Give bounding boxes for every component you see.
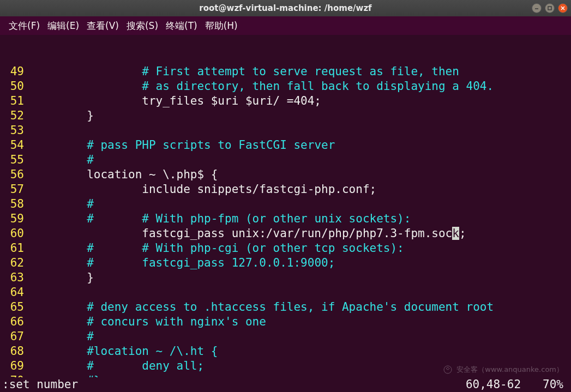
maximize-button[interactable] [545,3,555,13]
line-number: 62 [0,256,32,270]
watermark: 安全客（www.anquanke.com） [443,362,563,377]
menu-terminal[interactable]: 终端(T) [163,17,201,34]
watermark-text: 安全客（www.anquanke.com） [456,362,563,377]
code-line: 61 # # With php-cgi (or other tcp socket… [0,241,571,256]
line-content: # deny all; [32,359,204,373]
line-content: #location ~ /\.ht { [32,344,218,359]
code-line: 50 # as directory, then fall back to dis… [0,79,571,94]
code-text: } [87,271,94,284]
vim-statusbar: :set number 60,48-62 70% [0,377,571,392]
svg-rect-1 [548,7,551,10]
menu-help[interactable]: 帮助(H) [202,17,241,34]
comment-text: # as directory, then fall back to displa… [142,80,494,93]
code-line: 49 # First attempt to serve request as f… [0,64,571,79]
code-line: 63 } [0,270,571,285]
code-text: ; [459,227,466,240]
line-content: # [32,329,94,344]
line-number: 53 [0,123,32,138]
comment-text: # First attempt to serve request as file… [142,65,459,78]
line-content: # [32,153,94,167]
line-content: # pass PHP scripts to FastCGI server [32,138,335,153]
minimize-icon [534,5,539,11]
line-number: 67 [0,329,32,344]
line-number: 52 [0,108,32,123]
comment-text: # # With php-fpm (or other unix sockets)… [87,212,411,225]
code-line: 64 [0,285,571,300]
line-content: # as directory, then fall back to displa… [32,79,494,94]
window-title: root@wzf-virtual-machine: /home/wzf [199,3,371,13]
close-button[interactable] [558,3,568,13]
line-content: include snippets/fastcgi-php.conf; [32,182,376,197]
code-text: try_files $uri $uri/ =404; [142,94,321,107]
line-content: # # With php-cgi (or other tcp sockets): [32,241,404,256]
line-content: # # With php-fpm (or other unix sockets)… [32,212,411,226]
line-content: # deny access to .htaccess files, if Apa… [32,300,494,315]
line-number: 58 [0,197,32,212]
line-number: 51 [0,94,32,108]
menu-edit[interactable]: 编辑(E) [44,17,82,34]
line-content: fastcgi_pass unix:/var/run/php/php7.3-fp… [32,226,466,241]
vim-command: :set number [2,377,78,392]
menubar: 文件(F) 编辑(E) 查看(V) 搜索(S) 终端(T) 帮助(H) [0,16,571,35]
comment-text: # pass PHP scripts to FastCGI server [87,138,335,152]
code-text: fastcgi_pass unix:/var/run/php/php7.3-fp… [142,227,452,240]
comment-text: # fastcgi_pass 127.0.0.1:9000; [87,256,335,269]
close-icon [560,5,566,11]
code-line: 58 # [0,197,571,212]
line-number: 65 [0,300,32,315]
comment-text: # [87,197,94,210]
vim-cursor-position: 60,48-62 [466,377,521,392]
code-text: } [87,109,94,122]
code-line: 65 # deny access to .htaccess files, if … [0,300,571,315]
line-content: } [32,108,94,123]
code-line: 56 location ~ \.php$ { [0,167,571,182]
comment-text: #location ~ /\.ht { [87,345,218,358]
code-line: 66 # concurs with nginx's one [0,315,571,329]
line-number: 69 [0,359,32,373]
code-line: 67 # [0,329,571,344]
code-line: 54 # pass PHP scripts to FastCGI server [0,138,571,153]
line-number: 54 [0,138,32,153]
line-number: 50 [0,79,32,94]
comment-text: # # With php-cgi (or other tcp sockets): [87,242,404,255]
line-content: # [32,197,94,212]
comment-text: # deny access to .htaccess files, if Apa… [87,300,494,313]
line-number: 68 [0,344,32,359]
code-line: 52 } [0,108,571,123]
code-line: 59 # # With php-fpm (or other unix socke… [0,212,571,226]
window-titlebar: root@wzf-virtual-machine: /home/wzf [0,0,571,16]
watermark-icon [443,365,452,374]
code-line: 60 fastcgi_pass unix:/var/run/php/php7.3… [0,226,571,241]
code-line: 51 try_files $uri $uri/ =404; [0,94,571,108]
maximize-icon [547,5,552,11]
menu-search[interactable]: 搜索(S) [123,17,161,34]
code-line: 53 [0,123,571,138]
terminal-editor[interactable]: 49 # First attempt to serve request as f… [0,35,571,392]
line-number: 56 [0,167,32,182]
line-number: 55 [0,153,32,167]
line-number: 64 [0,285,32,300]
comment-text: # [87,330,94,343]
line-content: # fastcgi_pass 127.0.0.1:9000; [32,256,335,270]
line-number: 66 [0,315,32,329]
comment-text: # deny all; [87,359,204,372]
code-area[interactable]: 49 # First attempt to serve request as f… [0,64,571,392]
menu-file[interactable]: 文件(F) [5,17,43,34]
line-content: location ~ \.php$ { [32,167,218,182]
code-line: 57 include snippets/fastcgi-php.conf; [0,182,571,197]
line-content: # First attempt to serve request as file… [32,64,459,79]
line-content: try_files $uri $uri/ =404; [32,94,321,108]
menu-view[interactable]: 查看(V) [83,17,122,34]
line-content: } [32,270,94,285]
comment-text: # [87,153,94,166]
code-text: location ~ \.php$ { [87,168,218,181]
window-controls [532,3,568,13]
comment-text: # concurs with nginx's one [87,315,266,328]
line-content: # concurs with nginx's one [32,315,266,329]
line-number: 49 [0,64,32,79]
vim-scroll-percent: 70% [543,377,563,392]
line-number: 60 [0,226,32,241]
minimize-button[interactable] [532,3,542,13]
code-line: 68 #location ~ /\.ht { [0,344,571,359]
line-number: 59 [0,212,32,226]
